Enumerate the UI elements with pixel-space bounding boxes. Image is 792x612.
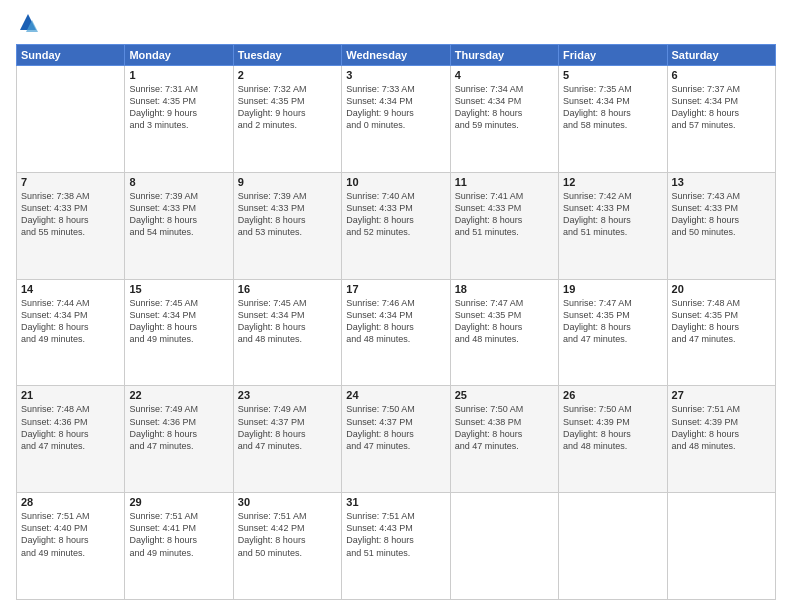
day-detail: Sunrise: 7:50 AM Sunset: 4:39 PM Dayligh… xyxy=(563,403,662,452)
day-detail: Sunrise: 7:40 AM Sunset: 4:33 PM Dayligh… xyxy=(346,190,445,239)
calendar-cell: 4Sunrise: 7:34 AM Sunset: 4:34 PM Daylig… xyxy=(450,66,558,173)
day-detail: Sunrise: 7:49 AM Sunset: 4:37 PM Dayligh… xyxy=(238,403,337,452)
calendar-cell: 18Sunrise: 7:47 AM Sunset: 4:35 PM Dayli… xyxy=(450,279,558,386)
calendar-cell: 6Sunrise: 7:37 AM Sunset: 4:34 PM Daylig… xyxy=(667,66,775,173)
calendar-cell: 19Sunrise: 7:47 AM Sunset: 4:35 PM Dayli… xyxy=(559,279,667,386)
calendar-cell: 14Sunrise: 7:44 AM Sunset: 4:34 PM Dayli… xyxy=(17,279,125,386)
calendar-cell: 29Sunrise: 7:51 AM Sunset: 4:41 PM Dayli… xyxy=(125,493,233,600)
day-detail: Sunrise: 7:51 AM Sunset: 4:43 PM Dayligh… xyxy=(346,510,445,559)
day-detail: Sunrise: 7:51 AM Sunset: 4:41 PM Dayligh… xyxy=(129,510,228,559)
day-detail: Sunrise: 7:37 AM Sunset: 4:34 PM Dayligh… xyxy=(672,83,771,132)
day-number: 19 xyxy=(563,283,662,295)
day-number: 14 xyxy=(21,283,120,295)
calendar-cell: 9Sunrise: 7:39 AM Sunset: 4:33 PM Daylig… xyxy=(233,172,341,279)
day-header-tuesday: Tuesday xyxy=(233,45,341,66)
day-detail: Sunrise: 7:44 AM Sunset: 4:34 PM Dayligh… xyxy=(21,297,120,346)
calendar-cell: 25Sunrise: 7:50 AM Sunset: 4:38 PM Dayli… xyxy=(450,386,558,493)
logo-icon xyxy=(16,12,40,36)
calendar-cell xyxy=(667,493,775,600)
day-number: 6 xyxy=(672,69,771,81)
calendar-cell: 1Sunrise: 7:31 AM Sunset: 4:35 PM Daylig… xyxy=(125,66,233,173)
day-number: 5 xyxy=(563,69,662,81)
day-number: 15 xyxy=(129,283,228,295)
day-number: 9 xyxy=(238,176,337,188)
day-detail: Sunrise: 7:43 AM Sunset: 4:33 PM Dayligh… xyxy=(672,190,771,239)
calendar-cell: 23Sunrise: 7:49 AM Sunset: 4:37 PM Dayli… xyxy=(233,386,341,493)
day-detail: Sunrise: 7:47 AM Sunset: 4:35 PM Dayligh… xyxy=(563,297,662,346)
calendar-cell: 21Sunrise: 7:48 AM Sunset: 4:36 PM Dayli… xyxy=(17,386,125,493)
day-header-sunday: Sunday xyxy=(17,45,125,66)
day-detail: Sunrise: 7:51 AM Sunset: 4:42 PM Dayligh… xyxy=(238,510,337,559)
day-number: 18 xyxy=(455,283,554,295)
day-number: 1 xyxy=(129,69,228,81)
calendar-week-3: 14Sunrise: 7:44 AM Sunset: 4:34 PM Dayli… xyxy=(17,279,776,386)
calendar-cell: 11Sunrise: 7:41 AM Sunset: 4:33 PM Dayli… xyxy=(450,172,558,279)
calendar-cell: 7Sunrise: 7:38 AM Sunset: 4:33 PM Daylig… xyxy=(17,172,125,279)
day-detail: Sunrise: 7:49 AM Sunset: 4:36 PM Dayligh… xyxy=(129,403,228,452)
day-number: 8 xyxy=(129,176,228,188)
day-detail: Sunrise: 7:46 AM Sunset: 4:34 PM Dayligh… xyxy=(346,297,445,346)
day-header-monday: Monday xyxy=(125,45,233,66)
calendar-cell: 8Sunrise: 7:39 AM Sunset: 4:33 PM Daylig… xyxy=(125,172,233,279)
day-detail: Sunrise: 7:33 AM Sunset: 4:34 PM Dayligh… xyxy=(346,83,445,132)
day-detail: Sunrise: 7:31 AM Sunset: 4:35 PM Dayligh… xyxy=(129,83,228,132)
calendar-week-2: 7Sunrise: 7:38 AM Sunset: 4:33 PM Daylig… xyxy=(17,172,776,279)
day-number: 7 xyxy=(21,176,120,188)
day-detail: Sunrise: 7:35 AM Sunset: 4:34 PM Dayligh… xyxy=(563,83,662,132)
day-header-thursday: Thursday xyxy=(450,45,558,66)
calendar-cell: 27Sunrise: 7:51 AM Sunset: 4:39 PM Dayli… xyxy=(667,386,775,493)
day-number: 31 xyxy=(346,496,445,508)
day-number: 12 xyxy=(563,176,662,188)
calendar-cell: 17Sunrise: 7:46 AM Sunset: 4:34 PM Dayli… xyxy=(342,279,450,386)
calendar-week-5: 28Sunrise: 7:51 AM Sunset: 4:40 PM Dayli… xyxy=(17,493,776,600)
day-number: 25 xyxy=(455,389,554,401)
page: SundayMondayTuesdayWednesdayThursdayFrid… xyxy=(0,0,792,612)
day-detail: Sunrise: 7:42 AM Sunset: 4:33 PM Dayligh… xyxy=(563,190,662,239)
day-number: 21 xyxy=(21,389,120,401)
calendar-cell: 20Sunrise: 7:48 AM Sunset: 4:35 PM Dayli… xyxy=(667,279,775,386)
day-detail: Sunrise: 7:50 AM Sunset: 4:38 PM Dayligh… xyxy=(455,403,554,452)
day-number: 26 xyxy=(563,389,662,401)
calendar-cell: 31Sunrise: 7:51 AM Sunset: 4:43 PM Dayli… xyxy=(342,493,450,600)
calendar-cell xyxy=(450,493,558,600)
calendar-cell: 28Sunrise: 7:51 AM Sunset: 4:40 PM Dayli… xyxy=(17,493,125,600)
calendar-cell: 13Sunrise: 7:43 AM Sunset: 4:33 PM Dayli… xyxy=(667,172,775,279)
calendar-cell: 16Sunrise: 7:45 AM Sunset: 4:34 PM Dayli… xyxy=(233,279,341,386)
day-number: 22 xyxy=(129,389,228,401)
day-number: 2 xyxy=(238,69,337,81)
day-detail: Sunrise: 7:45 AM Sunset: 4:34 PM Dayligh… xyxy=(129,297,228,346)
day-header-friday: Friday xyxy=(559,45,667,66)
day-detail: Sunrise: 7:38 AM Sunset: 4:33 PM Dayligh… xyxy=(21,190,120,239)
calendar-cell xyxy=(17,66,125,173)
calendar-week-1: 1Sunrise: 7:31 AM Sunset: 4:35 PM Daylig… xyxy=(17,66,776,173)
calendar-cell: 24Sunrise: 7:50 AM Sunset: 4:37 PM Dayli… xyxy=(342,386,450,493)
calendar-week-4: 21Sunrise: 7:48 AM Sunset: 4:36 PM Dayli… xyxy=(17,386,776,493)
day-detail: Sunrise: 7:34 AM Sunset: 4:34 PM Dayligh… xyxy=(455,83,554,132)
calendar-table: SundayMondayTuesdayWednesdayThursdayFrid… xyxy=(16,44,776,600)
calendar-cell: 2Sunrise: 7:32 AM Sunset: 4:35 PM Daylig… xyxy=(233,66,341,173)
day-detail: Sunrise: 7:45 AM Sunset: 4:34 PM Dayligh… xyxy=(238,297,337,346)
day-number: 4 xyxy=(455,69,554,81)
day-detail: Sunrise: 7:50 AM Sunset: 4:37 PM Dayligh… xyxy=(346,403,445,452)
calendar-cell: 10Sunrise: 7:40 AM Sunset: 4:33 PM Dayli… xyxy=(342,172,450,279)
day-number: 27 xyxy=(672,389,771,401)
day-header-saturday: Saturday xyxy=(667,45,775,66)
logo xyxy=(16,12,44,36)
day-detail: Sunrise: 7:32 AM Sunset: 4:35 PM Dayligh… xyxy=(238,83,337,132)
day-detail: Sunrise: 7:48 AM Sunset: 4:35 PM Dayligh… xyxy=(672,297,771,346)
day-number: 10 xyxy=(346,176,445,188)
day-number: 13 xyxy=(672,176,771,188)
day-number: 11 xyxy=(455,176,554,188)
day-number: 16 xyxy=(238,283,337,295)
day-detail: Sunrise: 7:39 AM Sunset: 4:33 PM Dayligh… xyxy=(238,190,337,239)
calendar-cell: 3Sunrise: 7:33 AM Sunset: 4:34 PM Daylig… xyxy=(342,66,450,173)
day-number: 20 xyxy=(672,283,771,295)
calendar-cell: 15Sunrise: 7:45 AM Sunset: 4:34 PM Dayli… xyxy=(125,279,233,386)
calendar-cell: 26Sunrise: 7:50 AM Sunset: 4:39 PM Dayli… xyxy=(559,386,667,493)
day-detail: Sunrise: 7:41 AM Sunset: 4:33 PM Dayligh… xyxy=(455,190,554,239)
header xyxy=(16,12,776,36)
day-number: 28 xyxy=(21,496,120,508)
day-detail: Sunrise: 7:47 AM Sunset: 4:35 PM Dayligh… xyxy=(455,297,554,346)
day-number: 29 xyxy=(129,496,228,508)
day-detail: Sunrise: 7:51 AM Sunset: 4:40 PM Dayligh… xyxy=(21,510,120,559)
